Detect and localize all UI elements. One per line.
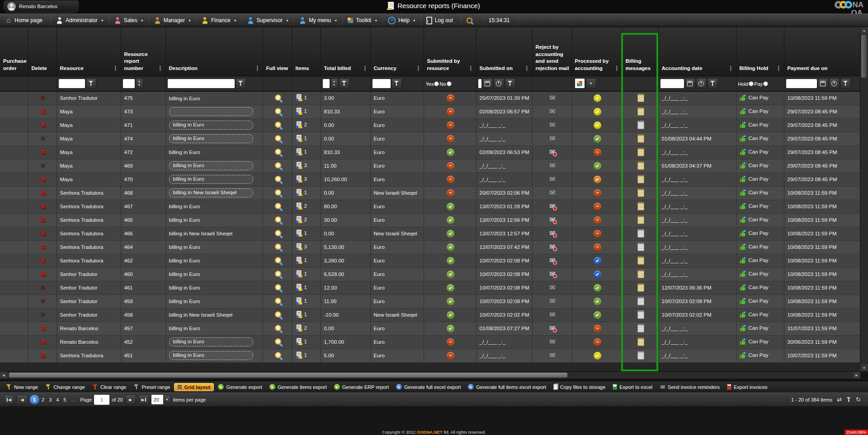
full-view-magnifier-icon[interactable] bbox=[275, 298, 281, 304]
col-header-total-billed[interactable]: Total billed⋮ bbox=[321, 27, 370, 76]
table-row[interactable]: ✖ Senhora Tradutora 466 billing in New I… bbox=[0, 227, 860, 240]
horizontal-scroll-thumb[interactable] bbox=[9, 373, 567, 378]
table-row[interactable]: ✖ Senhor Tradutor 461 billing in Euro 1 … bbox=[0, 281, 860, 295]
page-number-button[interactable]: … bbox=[69, 397, 78, 402]
can-pay-thumb-icon[interactable]: 0 bbox=[740, 243, 746, 250]
reject-mail-icon[interactable] bbox=[549, 257, 555, 264]
col-header-resource[interactable]: Resource⋮ bbox=[57, 27, 121, 76]
submitted-status-icon[interactable] bbox=[447, 230, 454, 238]
nav-menu-item[interactable]: Log out bbox=[421, 14, 462, 27]
scroll-up-arrow[interactable]: ▲ bbox=[860, 27, 868, 34]
col-header-full-view[interactable]: Full view bbox=[263, 27, 292, 76]
reject-mail-icon[interactable] bbox=[549, 243, 555, 251]
nav-menu-item[interactable]: Home page bbox=[0, 14, 51, 27]
toolbar-button[interactable]: Export invoices bbox=[724, 383, 771, 391]
toolbar-button[interactable]: Grid layout bbox=[174, 383, 214, 391]
column-menu-icon[interactable]: ⋮ bbox=[775, 65, 783, 72]
nav-menu-item[interactable]: Sales ▼ bbox=[109, 14, 149, 27]
description-field[interactable]: billing in Euro bbox=[169, 258, 200, 263]
submitted-yes-radio[interactable] bbox=[434, 81, 439, 86]
nav-menu-item[interactable]: Manager ▼ bbox=[149, 14, 197, 27]
delete-icon[interactable]: ✖ bbox=[40, 189, 46, 196]
delete-icon[interactable]: ✖ bbox=[40, 271, 46, 278]
table-row[interactable]: ✖ Senhor Tradutor 458 billing in New Isr… bbox=[0, 308, 860, 322]
can-pay-thumb-icon[interactable]: 0 bbox=[740, 257, 746, 264]
can-pay-thumb-icon[interactable]: 0 bbox=[740, 149, 746, 155]
reject-mail-icon[interactable] bbox=[549, 94, 555, 102]
description-field[interactable]: billing in Euro bbox=[169, 244, 200, 250]
table-row[interactable]: ✖ Maya 472 billing in Euro 1 810.33 Euro… bbox=[0, 145, 860, 159]
full-view-magnifier-icon[interactable] bbox=[275, 311, 281, 318]
description-field[interactable]: billing in Euro bbox=[169, 337, 253, 346]
payment-due-calendar-button[interactable] bbox=[818, 78, 828, 89]
billing-messages-icon[interactable] bbox=[637, 297, 644, 305]
previous-page-button[interactable]: ◀ bbox=[17, 394, 28, 405]
full-view-magnifier-icon[interactable] bbox=[275, 338, 281, 345]
delete-icon[interactable]: ✖ bbox=[40, 108, 46, 115]
submitted-status-icon[interactable] bbox=[447, 311, 454, 319]
payment-due-filter-input[interactable] bbox=[786, 79, 817, 88]
billing-messages-icon[interactable] bbox=[637, 310, 644, 319]
submitted-status-icon[interactable] bbox=[447, 257, 454, 265]
description-field[interactable]: billing in Euro bbox=[169, 271, 200, 277]
processed-status-icon[interactable] bbox=[594, 94, 601, 102]
billing-messages-icon[interactable] bbox=[637, 148, 644, 156]
processed-status-icon[interactable] bbox=[594, 298, 601, 305]
billing-messages-icon[interactable] bbox=[637, 134, 644, 143]
processed-status-icon[interactable] bbox=[594, 352, 601, 360]
reject-mail-icon[interactable] bbox=[549, 122, 555, 129]
billing-messages-icon[interactable] bbox=[637, 188, 644, 197]
reject-mail-icon[interactable] bbox=[549, 284, 555, 291]
full-view-magnifier-icon[interactable] bbox=[275, 257, 281, 263]
reject-mail-icon[interactable] bbox=[549, 176, 555, 183]
processed-filter-dropdown[interactable]: ▼ bbox=[586, 78, 596, 89]
submitted-status-icon[interactable] bbox=[447, 94, 454, 102]
processed-status-icon[interactable] bbox=[594, 135, 601, 143]
col-header-purchase-order[interactable]: Purchase order bbox=[0, 27, 28, 76]
first-page-button[interactable]: ◀ bbox=[4, 394, 14, 405]
submitted-on-clock-button[interactable] bbox=[494, 78, 504, 89]
column-menu-icon[interactable]: ⋮ bbox=[362, 65, 369, 72]
col-header-payment-due-on[interactable]: Payment due on bbox=[784, 27, 860, 76]
processed-status-icon[interactable] bbox=[594, 257, 601, 265]
page-size-select[interactable]: 20 ▼ bbox=[151, 395, 171, 404]
col-header-billing-messages[interactable]: Billing messages bbox=[622, 27, 658, 76]
full-view-magnifier-icon[interactable] bbox=[275, 135, 281, 141]
delete-icon[interactable]: ✖ bbox=[40, 298, 46, 305]
currency-filter-input[interactable] bbox=[373, 79, 391, 88]
toolbar-button[interactable]: Generate export bbox=[215, 383, 265, 391]
reject-mail-icon[interactable] bbox=[549, 216, 555, 224]
toolbar-button[interactable]: Generate items export bbox=[266, 383, 330, 391]
toolbar-button[interactable]: Generate full excel export bbox=[393, 383, 464, 391]
processed-status-icon[interactable] bbox=[594, 149, 601, 156]
can-pay-thumb-icon[interactable]: 0 bbox=[740, 203, 746, 210]
full-view-magnifier-icon[interactable] bbox=[275, 216, 281, 223]
pay-radio[interactable] bbox=[763, 81, 768, 86]
billing-messages-icon[interactable] bbox=[637, 175, 644, 183]
delete-icon[interactable]: ✖ bbox=[40, 149, 46, 156]
processed-status-icon[interactable] bbox=[594, 284, 601, 292]
column-menu-icon[interactable]: ⋮ bbox=[524, 65, 531, 72]
nav-menu-item[interactable]: Finance ▼ bbox=[197, 14, 242, 27]
can-pay-thumb-icon[interactable]: 0 bbox=[740, 338, 746, 345]
processed-status-icon[interactable] bbox=[594, 176, 601, 183]
billing-messages-icon[interactable] bbox=[637, 229, 644, 238]
submitted-on-filter-input[interactable] bbox=[478, 79, 481, 88]
report-number-filter-input[interactable] bbox=[123, 79, 135, 88]
last-page-button[interactable]: ▶ bbox=[138, 394, 149, 405]
billing-messages-icon[interactable] bbox=[637, 283, 644, 292]
submitted-status-icon[interactable] bbox=[447, 284, 454, 292]
can-pay-thumb-icon[interactable]: 0 bbox=[740, 352, 746, 359]
billing-messages-icon[interactable] bbox=[637, 270, 644, 278]
can-pay-thumb-icon[interactable]: 0 bbox=[740, 298, 746, 304]
description-field[interactable]: billing in New Israeli Sheqel bbox=[169, 188, 253, 197]
scroll-right-arrow[interactable]: ▶ bbox=[853, 372, 860, 379]
col-header-currency[interactable]: Currency⋮ bbox=[370, 27, 424, 76]
processed-status-icon[interactable] bbox=[594, 216, 601, 224]
nav-menu-item[interactable]: Supervisor ▼ bbox=[242, 14, 294, 27]
total-billed-filter-input[interactable] bbox=[323, 79, 330, 88]
delete-icon[interactable]: ✖ bbox=[40, 203, 46, 210]
submitted-status-icon[interactable] bbox=[447, 271, 454, 278]
table-row[interactable]: ✖ Maya 470 billing in Euro 3 10,260.00 E… bbox=[0, 173, 860, 186]
description-field[interactable]: billing in Euro bbox=[169, 285, 200, 290]
